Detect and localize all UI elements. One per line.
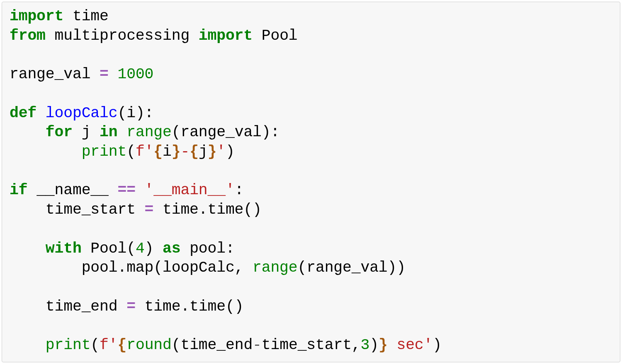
tok: (range_val):	[172, 124, 279, 141]
tok-range: range	[253, 259, 298, 276]
tok: j	[73, 124, 100, 141]
tok	[109, 66, 118, 83]
tok-def: def	[10, 105, 36, 122]
tok-str: '__main__'	[145, 182, 235, 199]
tok: )	[369, 337, 379, 354]
tok: )	[226, 143, 235, 160]
tok: Pool	[253, 27, 298, 44]
tok-lbrace: {	[118, 337, 127, 354]
tok-fstr: sec	[388, 337, 424, 354]
tok: (i):	[117, 105, 153, 122]
tok-fstr: f'	[136, 143, 153, 160]
tok: j	[199, 143, 208, 160]
tok-if: if	[10, 182, 27, 199]
tok	[136, 182, 145, 199]
tok-from: from	[10, 27, 46, 44]
tok-rbrace: }	[172, 143, 181, 160]
tok-assign: =	[100, 66, 109, 83]
tok-num: 3	[361, 337, 370, 354]
tok-fstr: f'	[100, 337, 117, 354]
tok-eq: ==	[117, 182, 135, 199]
tok-print: print	[46, 337, 91, 354]
tok: (time_end	[172, 337, 253, 354]
tok	[10, 337, 46, 354]
tok-range: range	[126, 124, 172, 141]
tok-rbrace: }	[208, 143, 217, 160]
tok: (	[90, 337, 100, 354]
tok: )	[145, 240, 163, 257]
tok-fstr: '	[424, 337, 433, 354]
tok: )	[432, 337, 442, 354]
tok-assign: =	[126, 298, 136, 315]
tok-num: 4	[136, 240, 145, 257]
tok-import: import	[10, 8, 63, 25]
tok-lbrace: {	[153, 143, 163, 160]
tok: (	[126, 143, 136, 160]
tok: multiprocessing	[46, 27, 199, 44]
tok-print: print	[82, 143, 127, 160]
tok: (range_val))	[298, 259, 406, 276]
tok: time.time()	[136, 298, 243, 315]
tok-num: 1000	[117, 66, 153, 83]
tok-assign: =	[145, 201, 154, 218]
tok-fstr: -	[180, 143, 190, 160]
tok-rbrace: }	[379, 337, 388, 354]
tok-minus: -	[253, 337, 262, 354]
tok	[118, 124, 127, 141]
python-source: import time from multiprocessing import …	[10, 7, 612, 355]
tok: __name__	[27, 182, 117, 199]
tok: i	[163, 143, 172, 160]
tok: pool.map(loopCalc,	[10, 259, 253, 276]
tok: Pool(	[82, 240, 136, 257]
tok: time_start	[10, 201, 145, 218]
tok	[36, 105, 46, 122]
code-block: import time from multiprocessing import …	[2, 2, 620, 362]
tok-import: import	[199, 27, 253, 44]
tok: :	[235, 182, 244, 199]
tok: range_val	[10, 66, 100, 83]
tok-for: for	[46, 124, 73, 141]
tok	[10, 240, 46, 257]
tok-lbrace: {	[190, 143, 199, 160]
tok: time_start,	[262, 337, 361, 354]
tok: time.time()	[153, 201, 261, 218]
tok-round: round	[126, 337, 172, 354]
tok-fn-name: loopCalc	[46, 105, 118, 122]
tok: time_end	[10, 298, 126, 315]
tok-as: as	[163, 240, 180, 257]
tok: pool:	[180, 240, 234, 257]
tok: time	[63, 8, 109, 25]
tok	[10, 143, 82, 160]
tok-fstr: '	[216, 143, 226, 160]
tok-in: in	[100, 124, 117, 141]
tok	[10, 124, 46, 141]
tok-with: with	[46, 240, 82, 257]
